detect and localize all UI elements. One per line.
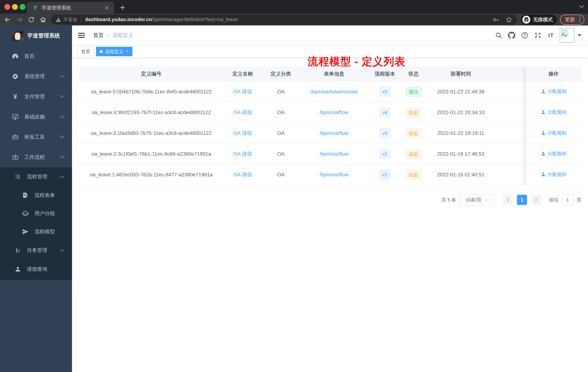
assign-rule-label: 分配规则 <box>548 88 567 95</box>
font-size-icon[interactable]: tT <box>547 32 555 39</box>
assign-rule-label: 分配规则 <box>548 151 567 157</box>
form-info-link[interactable]: /bpm/oa/flow <box>320 151 348 157</box>
cell-deploy-time: 2022-01-22 21:48:38 <box>426 89 496 95</box>
next-page-button[interactable] <box>531 195 541 205</box>
forward-icon[interactable] <box>16 16 23 23</box>
sidebar-item-process-model[interactable]: 流程模型 <box>0 223 72 241</box>
back-icon[interactable] <box>4 16 11 23</box>
browser-toolbar: 不安全 dashboard.yudao.iocoder.cn/bpm/manag… <box>0 14 588 25</box>
avatar[interactable] <box>560 28 575 43</box>
github-icon[interactable] <box>508 32 515 39</box>
sidebar-item-infra[interactable]: 基础设施 <box>0 107 72 127</box>
fullscreen-icon[interactable] <box>534 32 541 39</box>
sidebar: 芋道管理系统 首页 系统管理 ¥ 支付管理 基础设施 研发工具 <box>0 25 72 372</box>
select-chevron-icon <box>484 199 488 201</box>
sidebar-item-task-mgmt[interactable]: 任务管理 <box>0 241 72 260</box>
sidebar-item-process-form[interactable]: 流程表单 <box>0 186 72 204</box>
table-row: oa_leave:4:991f2193-7b7f-11ec-a3c8-acde4… <box>79 102 581 123</box>
column-header: 表单信息 <box>299 70 368 77</box>
sidebar-item-home[interactable]: 首页 <box>0 46 72 66</box>
password-key-icon[interactable] <box>493 16 499 23</box>
version-badge: v3 <box>379 128 390 138</box>
tag-close-icon[interactable]: × <box>126 49 129 54</box>
dashboard-icon <box>12 53 19 60</box>
chevron-left-icon <box>506 198 509 202</box>
breadcrumb-home[interactable]: 首页 <box>93 32 104 39</box>
sidebar-item-leave-query[interactable]: 请假查询 <box>0 260 72 279</box>
sidebar-item-payment[interactable]: ¥ 支付管理 <box>0 87 72 107</box>
reload-icon[interactable] <box>28 16 34 23</box>
cell-deploy-time: 2022-01-22 20:34:10 <box>426 109 496 115</box>
form-info-link[interactable]: /bpm/oa/flow <box>320 130 348 136</box>
workflow-submenu: 流程管理 流程表单 用户分组 流程模型 任务管理 <box>0 167 72 280</box>
incognito-label: 无痕模式 <box>533 16 553 23</box>
sidebar-item-workflow[interactable]: 工作流程 <box>0 147 72 167</box>
cell-category: OA <box>262 89 299 95</box>
search-icon[interactable] <box>495 32 502 39</box>
sidebar-item-label: 流程模型 <box>34 228 55 235</box>
chevron-down-icon <box>60 115 64 118</box>
cell-definition-id: oa_leave:1:482ec033-762a-11ec-8477-a2380… <box>79 172 223 178</box>
column-header: 部署时间 <box>426 70 496 77</box>
assign-rule-button[interactable]: 分配规则 <box>541 109 567 115</box>
browser-tab-strip: 芋道管理系统 <box>0 0 588 14</box>
window-maximize-button[interactable] <box>20 4 25 10</box>
sidebar-item-label: 研发工具 <box>24 134 45 141</box>
definition-name-link[interactable]: OA 请假 <box>233 109 252 115</box>
page-number-button[interactable]: 1 <box>517 195 527 205</box>
sidebar-item-label: 工作流程 <box>24 154 45 161</box>
form-info-link[interactable]: /bpm/oa/flow <box>320 172 348 177</box>
sidebar-item-label: 用户分组 <box>34 210 55 217</box>
incognito-icon <box>522 15 531 24</box>
assign-rule-label: 分配规则 <box>548 171 567 178</box>
sidebar-item-process-mgmt[interactable]: 流程管理 <box>0 167 72 186</box>
goto-page-input[interactable] <box>561 194 574 206</box>
definition-name-link[interactable]: OA 请假 <box>233 89 252 94</box>
active-dot <box>100 50 103 53</box>
pagination: 共 5 条 10条/页 1 前往 页 <box>79 194 581 206</box>
prev-page-button[interactable] <box>503 195 513 205</box>
sidebar-toggle-icon[interactable] <box>77 32 85 39</box>
user-icon <box>541 109 546 115</box>
annotation-title: 流程模型 - 定义列表 <box>308 55 405 69</box>
tag-process-definition[interactable]: 流程定义 × <box>96 47 132 56</box>
form-info-link[interactable]: /bpm/oa/leave/create <box>310 89 358 94</box>
page-size-select[interactable]: 10条/页 <box>459 194 495 206</box>
window-close-button[interactable] <box>4 4 10 10</box>
workflow-icon <box>12 153 19 161</box>
browser-menu-kebab-icon[interactable] <box>579 16 581 23</box>
sidebar-item-system[interactable]: 系统管理 <box>0 66 72 87</box>
browser-tab[interactable]: 芋道管理系统 <box>27 2 114 14</box>
cell-definition-id: oa_leave:3:1fad3d93-7b75-11ec-a3c8-acde4… <box>79 130 223 136</box>
definition-name-link[interactable]: OA 请假 <box>233 151 252 157</box>
total-count-label: 共 5 条 <box>441 197 456 203</box>
bookmark-star-icon[interactable] <box>505 16 512 23</box>
search-tabs-icon[interactable] <box>579 5 584 8</box>
sidebar-logo[interactable]: 芋道管理系统 <box>0 25 72 46</box>
update-button[interactable]: 更新 <box>560 15 584 25</box>
sidebar-item-devtools[interactable]: 研发工具 <box>0 127 72 147</box>
form-info-link[interactable]: /bpm/oa/flow <box>320 109 348 115</box>
new-tab-button[interactable] <box>118 4 126 12</box>
caret-down-icon <box>578 34 581 37</box>
tag-home[interactable]: 首页 <box>77 47 94 56</box>
monitor-icon <box>12 113 19 120</box>
definition-name-link[interactable]: OA 请假 <box>233 130 252 136</box>
sidebar-item-label: 支付管理 <box>24 93 45 100</box>
assign-rule-button[interactable]: 分配规则 <box>541 171 567 178</box>
page-unit-label: 页 <box>577 197 581 203</box>
tab-close-icon[interactable] <box>104 5 109 11</box>
chevron-down-icon <box>60 249 64 252</box>
help-icon[interactable] <box>521 32 528 39</box>
address-bar[interactable]: 不安全 dashboard.yudao.iocoder.cn/bpm/manag… <box>51 15 517 25</box>
omnibox-divider <box>81 17 82 22</box>
definition-name-link[interactable]: OA 请假 <box>233 172 252 177</box>
assign-rule-button[interactable]: 分配规则 <box>541 151 567 157</box>
assign-rule-button[interactable]: 分配规则 <box>541 88 567 95</box>
breadcrumb: 首页 / 流程定义 <box>93 32 134 39</box>
sidebar-item-label: 首页 <box>24 53 34 60</box>
window-minimize-button[interactable] <box>12 4 18 10</box>
home-icon[interactable] <box>40 16 47 23</box>
assign-rule-button[interactable]: 分配规则 <box>541 130 567 136</box>
sidebar-item-user-group[interactable]: 用户分组 <box>0 204 72 223</box>
